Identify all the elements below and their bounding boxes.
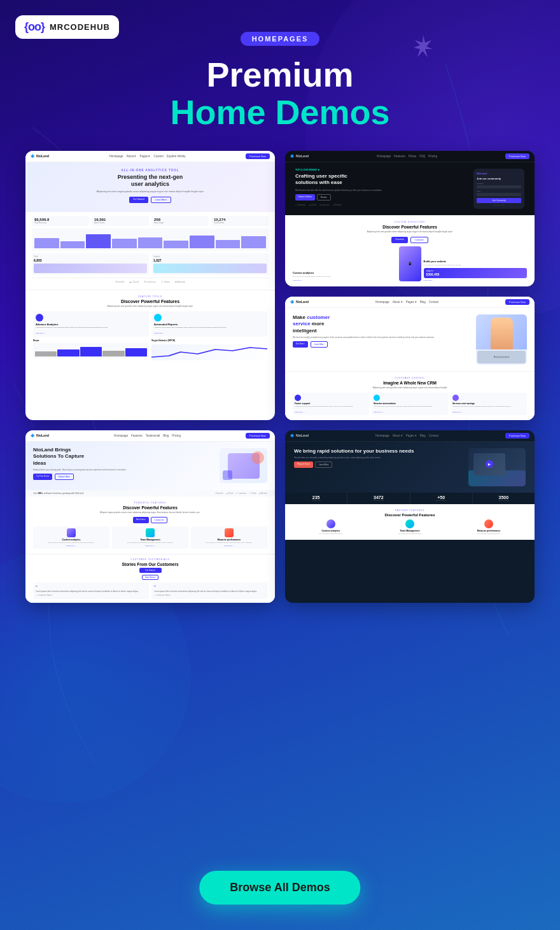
logo-text: MRCODEHUB xyxy=(50,22,110,32)
logo-icon: {oo} xyxy=(24,20,45,34)
demo-card-customer-service[interactable]: 🔷NioLand HomepageAbout ▾Pages ▾BlogConta… xyxy=(285,297,535,420)
browse-btn-container: Browse All Demos xyxy=(199,871,360,905)
title-premium: Premium xyxy=(0,56,560,94)
browse-all-demos-button[interactable]: Browse All Demos xyxy=(199,871,360,905)
card1-nav: 🔷NioLand HomepageAbout ▾Pages ▾CustomExp… xyxy=(25,151,275,162)
title-homedemos: Home Demos xyxy=(0,94,560,131)
demo-card-dark-crm[interactable]: 🔷NioLand HomepageFeaturesPricesFAQPricin… xyxy=(285,151,535,286)
homepages-badge: HOMEPAGES xyxy=(241,32,320,46)
spark-decoration xyxy=(414,35,433,57)
demos-grid: 🔷NioLand HomepageAbout ▾Pages ▾CustomExp… xyxy=(0,151,560,705)
logo: {oo} MRCODEHUB xyxy=(15,15,119,39)
demo-card-solutions[interactable]: 🔷NioLand HomepageFeaturesTestimonialBlog… xyxy=(25,430,275,603)
demo-card-analytics[interactable]: 🔷NioLand HomepageAbout ▾Pages ▾CustomExp… xyxy=(25,151,275,420)
demo-card-dark-business[interactable]: 🔷NioLand HomepageAbout ▾Pages ▾BlogConta… xyxy=(285,430,535,603)
